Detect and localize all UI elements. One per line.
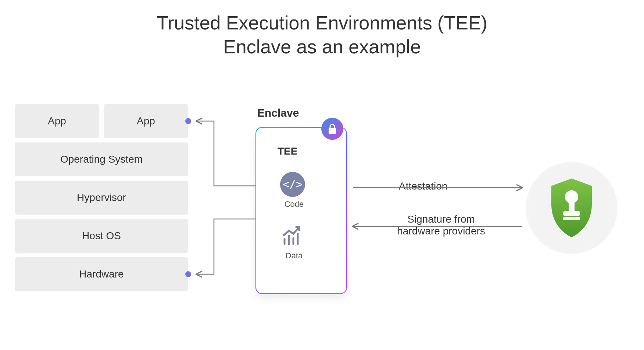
stack-host-os-label: Host OS bbox=[82, 230, 121, 242]
connector-enclave-to-app bbox=[197, 121, 255, 186]
endpoint-app-dot bbox=[185, 118, 191, 124]
stack-hypervisor-label: Hypervisor bbox=[77, 192, 126, 204]
svg-text:</>: </> bbox=[283, 178, 303, 191]
data-chart-icon bbox=[279, 223, 306, 249]
code-icon: </> bbox=[279, 171, 306, 198]
code-label: Code bbox=[283, 199, 305, 209]
stack-app-2: App bbox=[104, 104, 188, 138]
title-line-2: Enclave as an example bbox=[223, 36, 421, 57]
stack-app-2-label: App bbox=[137, 115, 155, 127]
attestation-label: Attestation bbox=[399, 180, 447, 192]
connector-enclave-to-hardware bbox=[197, 219, 255, 274]
enclave-box bbox=[255, 127, 347, 294]
endpoint-hardware-dot bbox=[185, 271, 191, 277]
signature-line-2: hardware providers bbox=[397, 225, 485, 237]
signature-label: Signature from hardware providers bbox=[379, 213, 504, 237]
stack-operating-system: Operating System bbox=[15, 142, 188, 176]
shield-stamp-icon bbox=[548, 177, 595, 239]
lock-icon bbox=[321, 117, 344, 141]
svg-rect-1 bbox=[329, 128, 336, 134]
tee-label: TEE bbox=[278, 145, 297, 157]
stack-hardware: Hardware bbox=[15, 257, 188, 291]
diagram-canvas: Trusted Execution Environments (TEE) Enc… bbox=[0, 0, 644, 350]
svg-rect-11 bbox=[563, 217, 580, 220]
stack-hypervisor: Hypervisor bbox=[15, 181, 188, 215]
diagram-title: Trusted Execution Environments (TEE) Enc… bbox=[0, 11, 644, 59]
stack-app-1-label: App bbox=[48, 115, 66, 127]
stack-os-label: Operating System bbox=[60, 153, 143, 165]
stack-app-1: App bbox=[15, 104, 99, 138]
stack-hardware-label: Hardware bbox=[79, 268, 124, 280]
stack-host-os: Host OS bbox=[15, 219, 188, 253]
title-line-1: Trusted Execution Environments (TEE) bbox=[157, 12, 487, 33]
enclave-label: Enclave bbox=[257, 107, 299, 119]
svg-rect-10 bbox=[563, 211, 580, 216]
svg-point-8 bbox=[565, 190, 578, 204]
svg-rect-9 bbox=[569, 202, 575, 212]
signature-line-1: Signature from bbox=[407, 213, 475, 225]
data-label: Data bbox=[283, 251, 305, 261]
